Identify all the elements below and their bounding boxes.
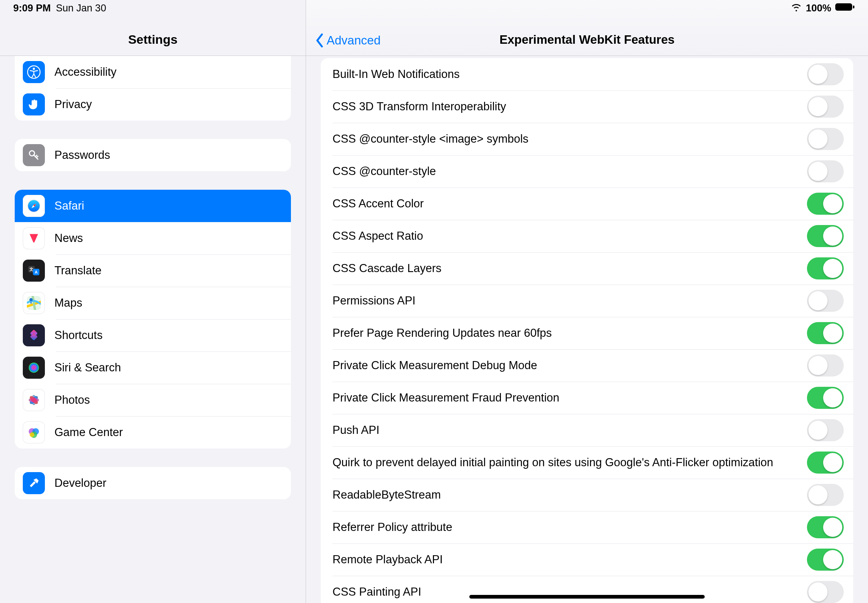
sidebar-item-accessibility[interactable]: Accessibility xyxy=(15,56,291,88)
sidebar-item-shortcuts[interactable]: Shortcuts xyxy=(15,319,291,351)
feature-toggle[interactable] xyxy=(807,322,844,344)
feature-row: CSS 3D Transform Interoperability xyxy=(321,90,853,123)
svg-point-26 xyxy=(30,432,34,437)
sidebar-item-label: News xyxy=(54,232,83,245)
detail-pane: Advanced Experimental WebKit Features 👉B… xyxy=(306,0,868,603)
sidebar-group-passwords: Passwords xyxy=(15,139,291,171)
feature-row: CSS Aspect Ratio xyxy=(321,220,853,252)
svg-rect-1 xyxy=(853,6,854,8)
feature-label: Permissions API xyxy=(333,294,807,308)
svg-text:文: 文 xyxy=(29,267,34,271)
siri-icon xyxy=(23,357,45,379)
feature-label: Remote Playback API xyxy=(333,553,807,566)
feature-row: Referrer Policy attribute xyxy=(321,511,853,543)
sidebar-item-siri[interactable]: Siri & Search xyxy=(15,351,291,384)
sidebar-item-gamecenter[interactable]: Game Center xyxy=(15,416,291,448)
feature-row: Private Click Measurement Fraud Preventi… xyxy=(321,382,853,414)
svg-rect-0 xyxy=(835,3,852,11)
home-indicator[interactable] xyxy=(469,595,705,598)
back-label: Advanced xyxy=(326,34,381,48)
back-button[interactable]: Advanced xyxy=(315,34,381,48)
feature-label: CSS Accent Color xyxy=(333,197,807,210)
sidebar-group-dev: Developer xyxy=(15,467,291,499)
shortcuts-icon xyxy=(23,324,45,346)
feature-label: Referrer Policy attribute xyxy=(333,521,807,534)
feature-toggle[interactable] xyxy=(807,63,844,85)
sidebar-title: Settings xyxy=(128,32,177,47)
feature-row: CSS Accent Color xyxy=(321,187,853,220)
feature-row: CSS @counter-style <image> symbols xyxy=(321,123,853,155)
feature-label: CSS Aspect Ratio xyxy=(333,229,807,243)
svg-text:A: A xyxy=(34,270,37,274)
feature-toggle[interactable] xyxy=(807,160,844,182)
feature-toggle[interactable] xyxy=(807,451,844,473)
detail-scroll[interactable]: 👉Built-In Web NotificationsCSS 3D Transf… xyxy=(306,56,868,603)
feature-toggle[interactable] xyxy=(807,290,844,312)
feature-toggle[interactable] xyxy=(807,257,844,280)
feature-toggle[interactable] xyxy=(807,516,844,538)
feature-label: CSS @counter-style <image> symbols xyxy=(333,132,807,145)
feature-row: Permissions API xyxy=(321,284,853,317)
sidebar-item-privacy[interactable]: Privacy xyxy=(15,88,291,121)
feature-row: 👉Push API xyxy=(321,414,853,446)
feature-label: CSS 3D Transform Interoperability xyxy=(333,100,807,113)
sidebar-item-label: Photos xyxy=(54,393,90,407)
maps-icon xyxy=(23,292,45,314)
feature-toggle[interactable] xyxy=(807,225,844,247)
sidebar-item-developer[interactable]: Developer xyxy=(15,467,291,499)
sidebar-item-news[interactable]: News xyxy=(15,222,291,254)
chevron-left-icon xyxy=(315,34,324,48)
feature-label: Built-In Web Notifications xyxy=(333,68,807,81)
feature-toggle[interactable] xyxy=(807,581,844,603)
feature-toggle[interactable] xyxy=(807,419,844,441)
feature-label: Private Click Measurement Debug Mode xyxy=(333,359,807,372)
sidebar-item-label: Translate xyxy=(54,264,102,277)
sidebar-item-passwords[interactable]: Passwords xyxy=(15,139,291,171)
sidebar-item-label: Siri & Search xyxy=(54,361,121,374)
feature-toggle[interactable] xyxy=(807,549,844,571)
feature-row: Prefer Page Rendering Updates near 60fps xyxy=(321,317,853,349)
safari-icon xyxy=(23,195,45,217)
feature-row: CSS Painting API xyxy=(321,576,853,603)
battery-percent: 100% xyxy=(806,3,831,14)
feature-toggle[interactable] xyxy=(807,128,844,150)
settings-sidebar: Settings AccessibilityPrivacyPasswordsSa… xyxy=(0,0,306,603)
svg-point-14 xyxy=(29,363,39,373)
feature-label: Push API xyxy=(333,424,807,437)
feature-toggle[interactable] xyxy=(807,354,844,377)
feature-label: CSS Cascade Layers xyxy=(333,262,807,275)
feature-toggle[interactable] xyxy=(807,193,844,215)
sidebar-scroll[interactable]: AccessibilityPrivacyPasswordsSafariNews文… xyxy=(0,56,306,603)
svg-point-3 xyxy=(33,68,35,70)
sidebar-item-label: Game Center xyxy=(54,426,123,439)
hammer-icon xyxy=(23,472,45,494)
feature-toggle[interactable] xyxy=(807,484,844,506)
feature-toggle[interactable] xyxy=(807,96,844,118)
feature-row: Remote Playback API xyxy=(321,543,853,576)
detail-title: Experimental WebKit Features xyxy=(500,33,675,47)
battery-icon xyxy=(835,3,855,14)
sidebar-item-translate[interactable]: 文ATranslate xyxy=(15,254,291,287)
hand-icon xyxy=(23,93,45,116)
accessibility-icon xyxy=(23,61,45,83)
sidebar-item-photos[interactable]: Photos xyxy=(15,384,291,416)
feature-row: Quirk to prevent delayed initial paintin… xyxy=(321,446,853,479)
feature-toggle[interactable] xyxy=(807,387,844,409)
news-icon xyxy=(23,227,45,249)
sidebar-item-label: Maps xyxy=(54,296,82,309)
status-bar: 9:09 PM Sun Jan 30 100% xyxy=(0,0,868,16)
feature-row: 👉Built-In Web Notifications xyxy=(321,58,853,90)
feature-row: Private Click Measurement Debug Mode xyxy=(321,349,853,382)
status-time: 9:09 PM xyxy=(13,3,51,14)
feature-label: Quirk to prevent delayed initial paintin… xyxy=(333,456,807,469)
feature-label: Prefer Page Rendering Updates near 60fps xyxy=(333,326,807,340)
wifi-icon xyxy=(791,3,802,14)
sidebar-group-top: AccessibilityPrivacy xyxy=(15,56,291,121)
sidebar-item-safari[interactable]: Safari xyxy=(15,190,291,222)
sidebar-item-maps[interactable]: Maps xyxy=(15,287,291,319)
feature-row: CSS @counter-style xyxy=(321,155,853,187)
status-date: Sun Jan 30 xyxy=(56,3,106,14)
sidebar-item-label: Safari xyxy=(54,199,84,212)
photos-icon xyxy=(23,389,45,411)
feature-row: ReadableByteStream xyxy=(321,479,853,511)
